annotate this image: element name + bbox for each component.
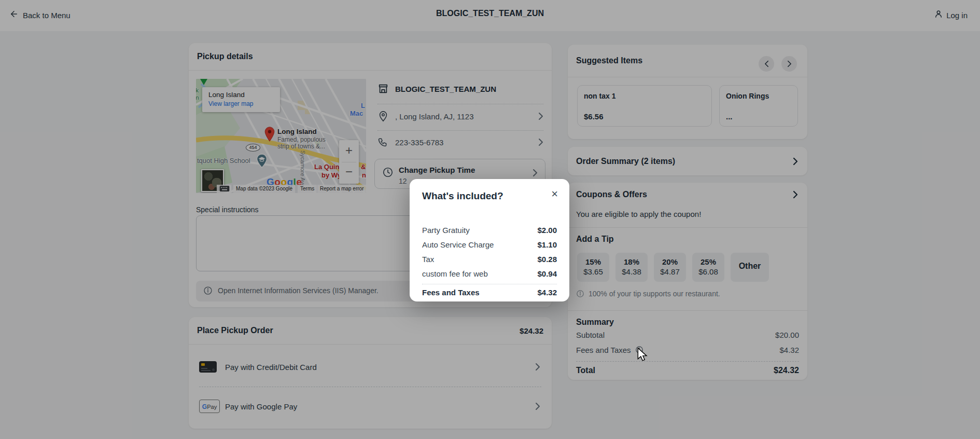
fees-total-row: Fees and Taxes $4.32 [422, 288, 557, 303]
fee-value: $1.10 [537, 240, 557, 249]
fee-row: Party Gratuity $2.00 [422, 226, 557, 240]
fee-row: custom fee for web $0.94 [422, 269, 557, 284]
fees-total-value: $4.32 [537, 288, 557, 297]
fee-label: Auto Service Charge [422, 240, 494, 249]
fee-label: custom fee for web [422, 269, 488, 278]
fee-label: Party Gratuity [422, 226, 470, 235]
fees-total-label: Fees and Taxes [422, 288, 480, 297]
fee-label: Tax [422, 255, 434, 264]
fee-value: $0.28 [537, 255, 557, 264]
modal-title: What's included? [422, 190, 503, 202]
fee-value: $0.94 [537, 269, 557, 278]
fee-row: Auto Service Charge $1.10 [422, 240, 557, 255]
fee-row: Tax $0.28 [422, 255, 557, 269]
fee-value: $2.00 [537, 226, 557, 235]
whats-included-modal: What's included? × Party Gratuity $2.00 … [410, 179, 569, 301]
modal-close-button[interactable]: × [551, 187, 558, 201]
